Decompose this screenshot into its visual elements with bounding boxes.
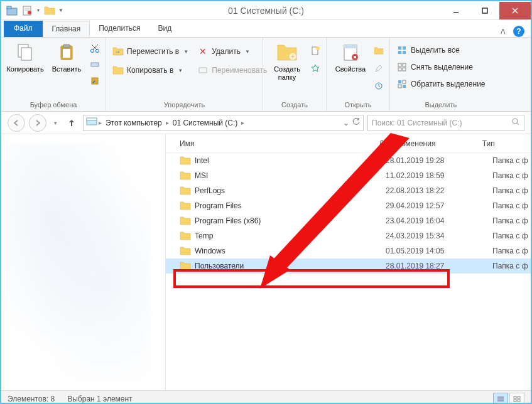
address-bar[interactable]: ▸ Этот компьютер ▸ 01 Системный (C:) ▸ ⌄ bbox=[83, 115, 364, 131]
close-button[interactable] bbox=[499, 2, 531, 19]
svg-rect-26 bbox=[344, 45, 357, 48]
svg-rect-11 bbox=[21, 48, 31, 60]
breadcrumb-segment[interactable]: 01 Системный (C:) bbox=[170, 119, 241, 127]
help-icon[interactable]: ? bbox=[513, 26, 524, 37]
group-label-select: Выделить bbox=[394, 99, 488, 111]
cut-icon[interactable] bbox=[88, 41, 102, 55]
copy-to-button[interactable]: Копировать в▼ bbox=[110, 64, 191, 77]
svg-rect-21 bbox=[199, 68, 207, 73]
up-button[interactable] bbox=[64, 115, 79, 130]
properties-qat-icon[interactable] bbox=[20, 4, 34, 18]
file-name: Windows bbox=[195, 247, 225, 255]
column-headers[interactable]: Имя Дата изменения Тип bbox=[166, 134, 531, 153]
file-type: Папка с ф bbox=[492, 216, 528, 225]
forward-button[interactable] bbox=[29, 114, 46, 132]
svg-rect-28 bbox=[354, 56, 356, 58]
drive-icon bbox=[86, 117, 97, 128]
select-all-button[interactable]: Выделить все bbox=[394, 44, 488, 56]
history-icon[interactable] bbox=[372, 79, 386, 93]
file-type: Папка с ф bbox=[492, 262, 528, 270]
paste-shortcut-icon[interactable] bbox=[88, 74, 102, 88]
new-folder-qat-icon[interactable] bbox=[43, 4, 57, 18]
file-name: PerfLogs bbox=[195, 186, 225, 195]
column-date[interactable]: Дата изменения bbox=[379, 139, 482, 148]
file-row[interactable]: Temp24.03.2019 15:34Папка с ф bbox=[166, 228, 531, 243]
column-type[interactable]: Тип bbox=[482, 139, 531, 148]
chevron-right-icon[interactable]: ▸ bbox=[97, 119, 103, 126]
refresh-icon[interactable] bbox=[352, 117, 361, 128]
file-date: 23.04.2019 16:04 bbox=[386, 216, 492, 225]
back-button[interactable] bbox=[8, 114, 25, 132]
edit-icon[interactable] bbox=[372, 61, 386, 75]
paste-button[interactable]: Вставить bbox=[46, 40, 87, 75]
tab-view[interactable]: Вид bbox=[149, 21, 180, 37]
file-tab[interactable]: Файл bbox=[4, 21, 43, 37]
file-row[interactable]: Program Files (x86)23.04.2019 16:04Папка… bbox=[166, 213, 531, 228]
new-item-icon[interactable] bbox=[308, 44, 322, 58]
navigation-pane[interactable] bbox=[1, 134, 166, 390]
svg-rect-0 bbox=[7, 8, 17, 15]
file-type: Папка с ф bbox=[492, 171, 528, 180]
file-list[interactable]: Intel28.01.2019 19:28Папка с фMSI11.02.2… bbox=[166, 153, 531, 390]
svg-rect-7 bbox=[482, 8, 487, 13]
easy-access-icon[interactable] bbox=[308, 61, 322, 75]
file-row[interactable]: PerfLogs22.08.2013 18:22Папка с ф bbox=[166, 183, 531, 198]
rename-button: Переименовать bbox=[195, 64, 269, 77]
properties-button[interactable]: Свойства bbox=[330, 40, 371, 75]
search-icon bbox=[511, 117, 520, 128]
recent-locations-icon[interactable]: ▾ bbox=[50, 117, 60, 129]
address-dropdown-icon[interactable]: ⌄ bbox=[343, 119, 349, 127]
search-input[interactable]: Поиск: 01 Системный (C:) bbox=[367, 115, 524, 131]
svg-rect-14 bbox=[63, 49, 70, 58]
group-label-create: Создать bbox=[267, 99, 322, 111]
file-row[interactable]: Windows01.05.2019 14:05Папка с ф bbox=[166, 243, 531, 258]
copy-button[interactable]: Копировать bbox=[5, 40, 45, 75]
new-folder-button[interactable]: Создать папку bbox=[267, 40, 307, 83]
window-title: 01 Системный (C:) bbox=[228, 6, 304, 16]
delete-button[interactable]: ✕Удалить▼ bbox=[195, 45, 269, 58]
file-row[interactable]: MSI11.02.2019 18:59Папка с ф bbox=[166, 168, 531, 183]
select-none-button[interactable]: Снять выделение bbox=[394, 61, 488, 73]
invert-selection-button[interactable]: Обратить выделение bbox=[394, 78, 488, 90]
tab-share[interactable]: Поделиться bbox=[90, 21, 149, 37]
file-row[interactable]: Intel28.01.2019 19:28Папка с ф bbox=[166, 153, 531, 168]
chevron-right-icon[interactable]: ▸ bbox=[240, 119, 246, 126]
file-date: 24.03.2019 15:34 bbox=[386, 231, 492, 240]
quick-access-toolbar: ▾ ▼ bbox=[1, 3, 68, 19]
file-type: Папка с ф bbox=[492, 156, 528, 165]
svg-rect-49 bbox=[514, 396, 516, 398]
file-date: 28.01.2019 18:27 bbox=[386, 262, 492, 270]
svg-rect-50 bbox=[518, 396, 520, 398]
title-bar: ▾ ▼ 01 Системный (C:) bbox=[1, 1, 531, 20]
file-row[interactable]: Program Files29.04.2019 12:57Папка с ф bbox=[166, 198, 531, 213]
chevron-right-icon[interactable]: ▸ bbox=[165, 119, 170, 126]
minimize-button[interactable] bbox=[442, 2, 470, 19]
tab-home[interactable]: Главная bbox=[43, 21, 90, 37]
copy-path-icon[interactable] bbox=[88, 58, 102, 72]
qat-dropdown-icon[interactable]: ▾ bbox=[35, 4, 41, 17]
file-date: 22.08.2013 18:22 bbox=[386, 186, 492, 195]
qat-customize-icon[interactable]: ▼ bbox=[58, 4, 64, 17]
svg-line-17 bbox=[93, 45, 98, 50]
column-name[interactable]: Имя bbox=[180, 139, 379, 148]
svg-rect-30 bbox=[398, 46, 401, 50]
ribbon-collapse-icon[interactable]: ᐱ bbox=[501, 28, 506, 36]
file-type: Папка с ф bbox=[492, 247, 528, 255]
svg-rect-38 bbox=[398, 80, 401, 83]
svg-rect-41 bbox=[403, 85, 406, 88]
svg-rect-31 bbox=[403, 46, 406, 50]
content-pane: Имя Дата изменения Тип Intel28.01.2019 1… bbox=[166, 134, 531, 390]
file-name: Temp bbox=[195, 231, 213, 240]
view-details-button[interactable] bbox=[493, 393, 508, 405]
maximize-button[interactable] bbox=[470, 2, 499, 19]
file-date: 11.02.2019 18:59 bbox=[386, 171, 492, 180]
svg-point-16 bbox=[96, 50, 99, 53]
breadcrumb-segment[interactable]: Этот компьютер bbox=[103, 119, 165, 127]
svg-rect-19 bbox=[91, 63, 99, 66]
explorer-app-icon[interactable] bbox=[5, 4, 19, 18]
open-icon[interactable] bbox=[372, 44, 386, 58]
view-large-button[interactable] bbox=[509, 393, 524, 405]
ribbon-tab-strip: Файл Главная Поделиться Вид ᐱ ? bbox=[1, 20, 531, 38]
move-to-button[interactable]: Переместить в▼ bbox=[110, 45, 191, 58]
file-row[interactable]: Пользователи28.01.2019 18:27Папка с ф bbox=[166, 258, 531, 274]
